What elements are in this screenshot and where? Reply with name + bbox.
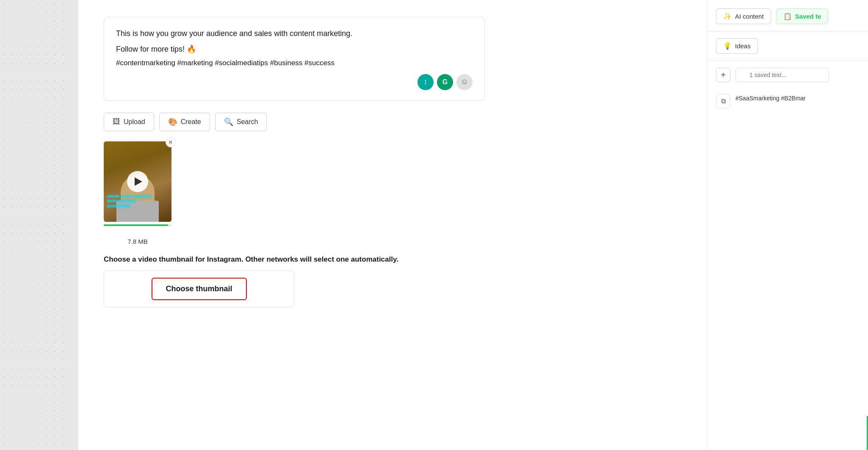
- right-top-bar: ✨ AI content 📋 Saved te: [708, 0, 868, 31]
- ideas-label: Ideas: [735, 42, 751, 50]
- left-decorative-sidebar: [0, 0, 78, 450]
- file-size-label: 7.8 MB: [104, 238, 171, 245]
- grammarly-icon[interactable]: G: [437, 74, 453, 90]
- overlay-line1: GROW YOUR AUDIENCE: [107, 194, 152, 199]
- ideas-section: 💡 Ideas: [708, 31, 868, 61]
- ideas-icon: 💡: [723, 42, 732, 50]
- saved-text-search-input[interactable]: [735, 68, 829, 82]
- create-label: Create: [181, 118, 201, 126]
- post-hashtags: #contentmarketing #marketing #socialmedi…: [116, 59, 473, 67]
- saved-templates-button[interactable]: 📋 Saved te: [776, 8, 829, 24]
- main-content-area: This is how you grow your audience and s…: [78, 0, 707, 450]
- emoji-tool-icon[interactable]: ☺: [456, 74, 473, 90]
- search-icon: 🔍: [224, 117, 233, 127]
- ai-content-icon: ✨: [723, 12, 732, 20]
- search-wrapper: 🔍: [735, 68, 860, 82]
- text-tools: ↕ G ☺: [116, 74, 473, 90]
- copy-icon: ⧉: [721, 97, 726, 105]
- thumbnail-info: Choose a video thumbnail for Instagram. …: [104, 255, 682, 307]
- saved-text-header: + 🔍: [716, 68, 860, 82]
- play-button[interactable]: [127, 171, 148, 192]
- arrows-tool-icon[interactable]: ↕: [417, 74, 434, 90]
- video-text-overlay: GROW YOUR AUDIENCE WITH CONTENT MARKETIN…: [107, 194, 152, 209]
- search-label: Search: [237, 118, 258, 126]
- right-sidebar: ✨ AI content 📋 Saved te 💡 Ideas + 🔍: [707, 0, 868, 450]
- overlay-line3: MARKETING: [107, 204, 152, 209]
- upload-button[interactable]: 🖼 Upload: [104, 113, 154, 131]
- plus-icon: +: [721, 70, 726, 80]
- progress-bar-fill: [104, 224, 168, 226]
- create-icon: 🎨: [168, 117, 177, 127]
- media-buttons-row: 🖼 Upload 🎨 Create 🔍 Search: [104, 113, 682, 131]
- close-video-button[interactable]: ✕: [166, 137, 176, 147]
- post-text-line2: Follow for more tips! 🔥: [116, 43, 473, 55]
- saved-text-item: ⧉ #SaaSmarketing #B2Bmar: [716, 89, 860, 113]
- video-thumbnail: GROW YOUR AUDIENCE WITH CONTENT MARKETIN…: [104, 141, 171, 222]
- saved-templates-icon: 📋: [783, 12, 792, 20]
- add-saved-text-button[interactable]: +: [716, 68, 730, 82]
- ideas-button[interactable]: 💡 Ideas: [716, 38, 758, 54]
- copy-icon-button[interactable]: ⧉: [716, 94, 730, 108]
- ai-content-label: AI content: [735, 13, 764, 20]
- thumbnail-box: Choose thumbnail: [104, 271, 294, 307]
- upload-icon: 🖼: [113, 117, 120, 126]
- overlay-line2: WITH CONTENT: [107, 199, 152, 204]
- post-text-line1: This is how you grow your audience and s…: [116, 28, 473, 40]
- thumbnail-info-text: Choose a video thumbnail for Instagram. …: [104, 255, 442, 264]
- ai-content-button[interactable]: ✨ AI content: [716, 8, 771, 24]
- saved-text-section: + 🔍 ⧉ #SaaSmarketing #B2Bmar: [708, 61, 868, 120]
- search-button[interactable]: 🔍 Search: [215, 113, 267, 131]
- video-container: GROW YOUR AUDIENCE WITH CONTENT MARKETIN…: [104, 141, 171, 226]
- create-button[interactable]: 🎨 Create: [159, 113, 210, 131]
- saved-templates-label: Saved te: [795, 13, 821, 20]
- saved-text-preview: #SaaSmarketing #B2Bmar: [735, 94, 806, 103]
- choose-thumbnail-button[interactable]: Choose thumbnail: [152, 278, 247, 300]
- upload-label: Upload: [124, 118, 145, 126]
- post-text-box: This is how you grow your audience and s…: [104, 17, 485, 101]
- video-progress-bar: [104, 224, 171, 226]
